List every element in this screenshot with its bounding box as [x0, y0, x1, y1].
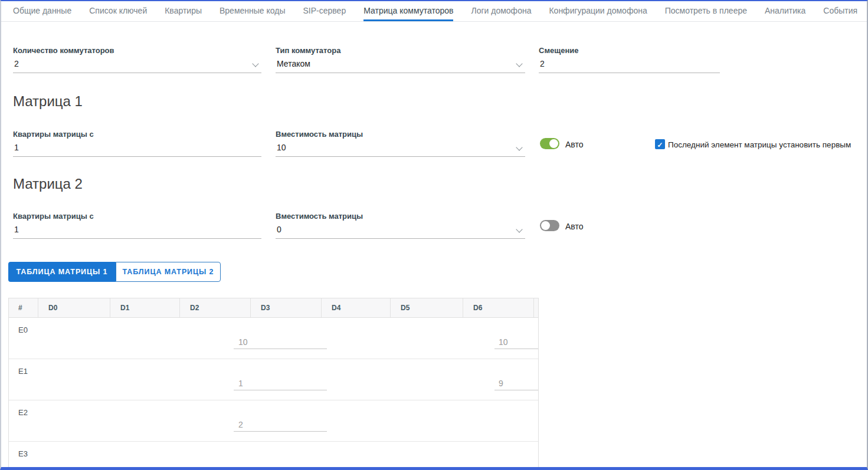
column-header-d6: D6 [463, 298, 533, 317]
tab-view-in-player[interactable]: Посмотреть в плеере [665, 1, 747, 21]
matrix2-auto-label: Авто [565, 222, 584, 231]
toggle-knob-icon [541, 221, 550, 230]
row-label: E3 [18, 449, 28, 458]
last-element-first-checkbox[interactable] [655, 139, 665, 149]
matrix-cell-input[interactable] [234, 418, 327, 432]
matrix1-apartments-from-input[interactable] [13, 142, 261, 157]
matrix1-capacity-label: Вместимость матрицы [276, 130, 525, 139]
column-header-d2: D2 [179, 298, 250, 317]
matrix-table-switcher: ТАБЛИЦА МАТРИЦЫ 1 ТАБЛИЦА МАТРИЦЫ 2 [8, 262, 221, 282]
tab-temp-codes[interactable]: Временные коды [220, 1, 286, 21]
matrix1-capacity-select[interactable] [276, 142, 525, 157]
top-tab-bar: Общие данные Список ключей Квартиры Врем… [1, 1, 867, 22]
toggle-knob-icon [549, 139, 558, 148]
field-offset: Смещение [539, 46, 720, 73]
row-label: E1 [18, 367, 28, 376]
row-label: E2 [18, 408, 28, 417]
column-header-d3: D3 [250, 298, 321, 317]
tab-switch-matrix[interactable]: Матрица коммутаторов [363, 1, 453, 21]
matrix-cell-input[interactable] [494, 336, 539, 349]
tab-intercom-logs[interactable]: Логи домофона [471, 1, 531, 21]
column-header-d4: D4 [321, 298, 390, 317]
matrix-table-header: # D0 D1 D2 D3 D4 D5 D6 [9, 298, 538, 318]
table-row-e3: E3 [9, 442, 538, 467]
switch-type-label: Тип коммутатора [276, 46, 525, 55]
matrix1-title: Матрица 1 [13, 93, 83, 110]
column-header-cutoff [533, 298, 539, 317]
check-icon [657, 139, 663, 150]
matrix2-capacity-label: Вместимость матрицы [276, 212, 525, 221]
table-row-e2: E2 [9, 400, 538, 442]
column-header-d1: D1 [110, 298, 179, 317]
matrix1-auto-label: Авто [565, 140, 584, 149]
tab-analytics[interactable]: Аналитика [765, 1, 805, 21]
matrix-cell-input[interactable] [234, 377, 327, 390]
tab-general[interactable]: Общие данные [13, 1, 71, 21]
tab-key-list[interactable]: Список ключей [89, 1, 147, 21]
field-matrix2-apartments-from: Квартиры матрицы с [13, 212, 261, 239]
matrix1-table-button[interactable]: ТАБЛИЦА МАТРИЦЫ 1 [8, 262, 116, 282]
field-matrix2-capacity: Вместимость матрицы [276, 212, 525, 239]
matrix2-auto-toggle[interactable] [540, 220, 559, 231]
switch-count-label: Количество коммутаторов [13, 46, 261, 55]
tab-intercom-configs[interactable]: Конфигурации домофона [549, 1, 647, 21]
intercom-settings-page: Общие данные Список ключей Квартиры Врем… [0, 0, 868, 470]
column-header-index: # [9, 298, 38, 317]
field-matrix1-apartments-from: Квартиры матрицы с [13, 130, 261, 157]
tab-events[interactable]: События [823, 1, 857, 21]
matrix2-table-button[interactable]: ТАБЛИЦА МАТРИЦЫ 2 [116, 262, 221, 282]
matrix-cell-input[interactable] [234, 336, 327, 349]
field-switch-type: Тип коммутатора [276, 46, 525, 73]
matrix-cell-input[interactable] [494, 377, 539, 390]
field-matrix1-capacity: Вместимость матрицы [276, 130, 525, 157]
offset-label: Смещение [539, 46, 720, 55]
matrix2-apartments-from-input[interactable] [13, 224, 261, 239]
column-header-d0: D0 [38, 298, 110, 317]
matrix2-title: Матрица 2 [13, 176, 83, 192]
switch-type-select[interactable] [276, 58, 525, 73]
table-row-e1: E1 [9, 359, 538, 400]
switch-count-select[interactable] [13, 58, 261, 73]
column-header-d5: D5 [390, 298, 463, 317]
matrix1-apartments-from-label: Квартиры матрицы с [13, 130, 261, 139]
offset-input[interactable] [539, 58, 720, 73]
matrix1-auto-toggle[interactable] [540, 138, 559, 149]
field-switch-count: Количество коммутаторов [13, 46, 261, 73]
matrix2-capacity-select[interactable] [276, 224, 525, 239]
tab-sip-server[interactable]: SIP-сервер [303, 1, 346, 21]
table-row-e0: E0 [9, 318, 538, 359]
matrix2-apartments-from-label: Квартиры матрицы с [13, 212, 261, 221]
tab-apartments[interactable]: Квартиры [165, 1, 202, 21]
row-label: E0 [18, 326, 28, 334]
last-element-first-label: Последний элемент матрицы установить пер… [668, 140, 851, 149]
matrix-table: # D0 D1 D2 D3 D4 D5 D6 E0 E1 E2 E3 [8, 298, 539, 467]
